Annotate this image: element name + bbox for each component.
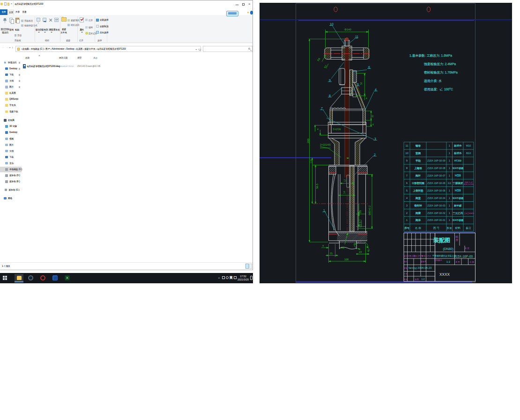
svg-text:M10×2: M10×2: [333, 128, 341, 131]
svg-text:Z15X-16P-00-09: Z15X-16P-00-09: [427, 159, 445, 162]
svg-text:1.基本参数: 工称压力: 1.6MPa: 1.基本参数: 工称压力: 1.6MPa: [409, 54, 452, 57]
svg-text:1: 1: [449, 212, 450, 214]
svg-text:丁腈橡胶: 丁腈橡胶: [453, 182, 463, 184]
svg-text:21: 21: [330, 252, 333, 255]
svg-text:14: 14: [343, 191, 346, 194]
svg-text:2: 2: [374, 153, 376, 156]
svg-text:HT200: HT200: [454, 159, 461, 162]
svg-text:10: 10: [405, 152, 409, 155]
svg-text:强度检验压力: 2.4MPa: 强度检验压力: 2.4MPa: [424, 62, 456, 66]
svg-text:审核: 审核: [404, 267, 408, 269]
svg-text:fanmyj 2006.06.23: fanmyj 2006.06.23: [409, 266, 432, 269]
svg-text:110: 110: [310, 159, 312, 163]
svg-text:1: 1: [449, 167, 450, 169]
svg-text:7: 7: [321, 107, 323, 110]
svg-text:名 称: 名 称: [415, 227, 422, 230]
svg-text:100°C: 100°C: [444, 88, 453, 91]
svg-text:M10: M10: [466, 144, 471, 147]
svg-text:H59: H59: [455, 189, 461, 192]
svg-text:三元乙丙\H59: 三元乙丙\H59: [464, 212, 474, 214]
svg-text:8: 8: [329, 94, 331, 97]
svg-text:Z15X-16P-00-08: Z15X-16P-00-08: [427, 167, 445, 169]
svg-text:Φ80±0.2: Φ80±0.2: [368, 206, 371, 215]
svg-text:装配图: 装配图: [433, 237, 450, 243]
svg-text:XXXX: XXXX: [439, 273, 450, 277]
svg-text:3: 3: [374, 137, 376, 140]
svg-text:阶量: 阶量: [415, 278, 419, 280]
svg-text:Φ140: Φ140: [344, 28, 351, 31]
svg-text:10: 10: [371, 115, 374, 118]
svg-text:1: 1: [449, 189, 450, 192]
svg-text:1: 1: [449, 152, 450, 155]
svg-text:1: 1: [449, 219, 450, 221]
svg-text:上螺母: 上螺母: [414, 167, 422, 169]
svg-text:密封环: 密封环: [414, 204, 422, 207]
svg-text:1: 1: [449, 159, 450, 162]
svg-text:1: 1: [323, 209, 325, 212]
svg-text:设计: 设计: [404, 260, 408, 263]
svg-text:2×1014在: 2×1014在: [320, 143, 332, 146]
svg-text:108: 108: [344, 258, 349, 261]
svg-text:R8: R8: [341, 246, 344, 249]
svg-text:聚甲醛: 聚甲醛: [454, 204, 462, 207]
svg-text:1\2: 1\2: [447, 182, 451, 184]
svg-text:共 页: 共 页: [465, 247, 470, 250]
svg-text:Z15X-16P-00-03: Z15X-16P-00-03: [427, 204, 445, 207]
svg-text:材料: 材料: [454, 227, 461, 230]
svg-text:Z15X-16P-00-07: Z15X-16P-00-07: [427, 174, 445, 177]
svg-text:1: 1: [449, 174, 450, 177]
svg-text:阀盖: 阀盖: [416, 197, 421, 200]
svg-text:11: 11: [405, 144, 409, 147]
svg-text:4: 4: [366, 97, 367, 100]
svg-text:图 号: 图 号: [433, 227, 440, 230]
svg-text:23: 23: [359, 251, 362, 253]
svg-text:H59: H59: [455, 174, 461, 177]
svg-text:1: 1: [449, 144, 450, 147]
svg-text:280: 280: [307, 138, 310, 143]
svg-text:5: 5: [357, 83, 359, 86]
svg-text:(DN80): (DN80): [443, 247, 453, 251]
svg-text:Z15X-16P-00-06: Z15X-16P-00-06: [427, 182, 445, 184]
svg-text:Φ10: Φ10: [466, 152, 471, 155]
svg-text:件: 件: [456, 239, 459, 242]
svg-text:质 量: 质 量: [455, 261, 460, 263]
svg-text:垫圈: 垫圈: [416, 152, 421, 155]
svg-text:手轮: 手轮: [416, 159, 421, 162]
svg-text:4: 4: [317, 128, 319, 131]
svg-text:9: 9: [329, 79, 331, 82]
svg-text:304不锈钢: 304不锈钢: [453, 197, 463, 200]
svg-text:阀杆: 阀杆: [416, 174, 421, 177]
svg-text:工艺: 工艺: [403, 273, 408, 275]
svg-text:密封检验压力: 1.76MPa: 密封检验压力: 1.76MPa: [424, 71, 458, 74]
svg-text:1:2: 1:2: [422, 278, 425, 280]
svg-text:序号: 序号: [404, 227, 410, 230]
svg-text:阀瓣: 阀瓣: [416, 212, 421, 215]
svg-text:304不锈钢: 304不锈钢: [453, 167, 463, 170]
svg-text:30°: 30°: [354, 243, 357, 245]
svg-text:11: 11: [355, 35, 358, 38]
svg-text:22.5: 22.5: [359, 221, 362, 227]
svg-text:50: 50: [360, 82, 363, 85]
svg-text:6: 6: [368, 66, 370, 69]
svg-text:4: 4: [375, 88, 377, 91]
svg-text:304不锈钢: 304不锈钢: [453, 219, 463, 222]
svg-text:不锈钢外螺纹连接截止阀: 不锈钢外螺纹连接截止阀: [432, 254, 456, 258]
svg-text:1: 1: [449, 204, 450, 207]
svg-text:Z15X-16P-00-04: Z15X-16P-00-04: [427, 197, 445, 199]
svg-text:备注: 备注: [466, 226, 471, 230]
svg-text:适用介质: 水: 适用介质: 水: [424, 79, 442, 83]
svg-text:组: 组: [455, 236, 459, 238]
svg-text:Z15X-16P-00-01: Z15X-16P-00-01: [427, 219, 445, 221]
svg-text:Φ23.1×2.65: Φ23.1×2.65: [463, 183, 474, 185]
svg-text:上密封垫: 上密封垫: [413, 189, 424, 192]
svg-text:Z15X-16P-00: Z15X-16P-00: [454, 255, 473, 258]
svg-text:螺母: 螺母: [416, 144, 421, 147]
svg-text:使用温度:: 使用温度:: [424, 88, 438, 91]
svg-text:Z15X-16P-00-05: Z15X-16P-00-05: [427, 189, 445, 192]
svg-text:标准件: 标准件: [453, 152, 462, 155]
svg-text:56.5: 56.5: [316, 184, 319, 189]
svg-text:1:2: 1:2: [446, 260, 451, 263]
svg-text:数量: 数量: [447, 227, 453, 229]
svg-text:25: 25: [359, 210, 362, 213]
svg-text:O形密封圈: O形密封圈: [412, 182, 424, 184]
